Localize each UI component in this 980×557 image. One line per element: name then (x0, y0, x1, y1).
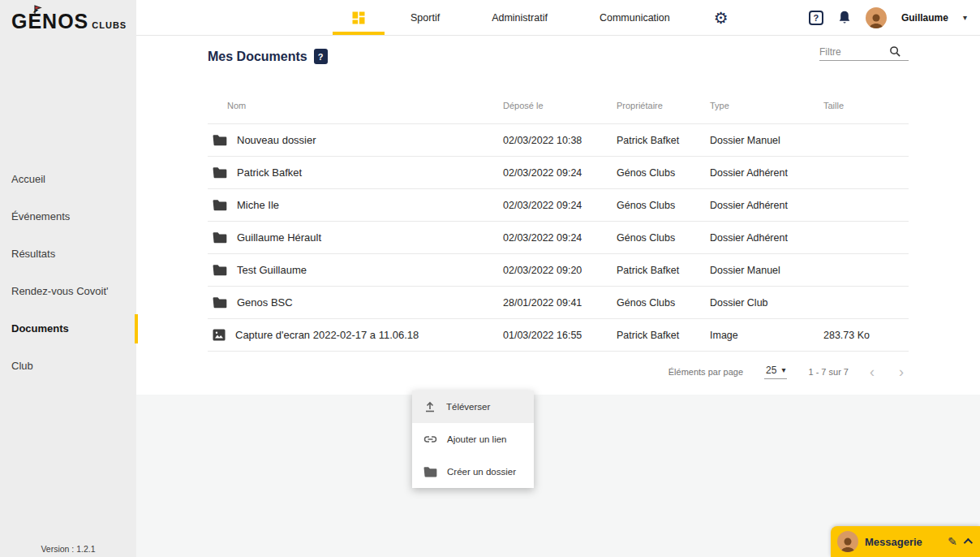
column-header-nom: Nom (208, 101, 503, 110)
topnav-spacer (136, 0, 333, 35)
table-row[interactable]: Nouveau dossier 02/03/2022 10:38 Patrick… (208, 123, 909, 156)
tab-communication[interactable]: Communication (574, 0, 696, 35)
sidebar-nav: Accueil Événements Résultats Rendez-vous… (0, 161, 136, 385)
folder-icon (213, 134, 227, 146)
sidebar-item-resultats[interactable]: Résultats (0, 235, 136, 273)
filter-input[interactable] (819, 46, 884, 58)
deposited-date: 28/01/2022 09:41 (503, 297, 617, 309)
doc-type: Dossier Adhérent (710, 232, 823, 244)
folder-icon (213, 264, 227, 276)
owner: Génos Clubs (617, 167, 710, 179)
column-header-proprietaire: Propriétaire (617, 101, 710, 110)
chevron-down-icon: ▾ (963, 13, 967, 22)
document-name: Test Guillaume (237, 264, 307, 276)
table-header-row: Nom Déposé le Propriétaire Type Taille (208, 88, 909, 123)
documents-table: Nom Déposé le Propriétaire Type Taille N… (208, 88, 909, 391)
doc-type: Image (710, 330, 823, 341)
messenger-bar[interactable]: Messagerie ✎ (831, 526, 980, 557)
pager-controls: ‹ › (870, 365, 904, 379)
deposited-date: 02/03/2022 10:38 (503, 135, 617, 146)
table-row[interactable]: Capture d'ecran 2022-02-17 a 11.06.18 01… (208, 318, 909, 351)
link-icon (423, 434, 437, 445)
menu-item-ajouter-un-lien[interactable]: Ajouter un lien (412, 423, 534, 456)
image-icon (213, 329, 226, 341)
owner: Patrick Bafket (617, 330, 710, 341)
tab-settings[interactable]: ⚙ (696, 0, 746, 35)
top-navigation: Sportif Administratif Communication ⚙ ? … (136, 0, 980, 36)
deposited-date: 02/03/2022 09:24 (503, 167, 617, 179)
document-name: Patrick Bafket (237, 166, 302, 179)
sidebar-item-club[interactable]: Club (0, 348, 136, 385)
avatar (866, 7, 887, 28)
owner: Génos Clubs (617, 297, 710, 309)
doc-type: Dossier Adhérent (710, 200, 823, 211)
table-row[interactable]: Patrick Bafket 02/03/2022 09:24 Génos Cl… (208, 156, 909, 188)
document-name: Guillaume Hérault (237, 231, 321, 244)
doc-size: 283.73 Ko (823, 330, 909, 341)
page-help-icon[interactable]: ? (314, 49, 328, 64)
owner: Génos Clubs (617, 200, 710, 211)
filter-field (819, 45, 909, 61)
chevron-down-icon: ▾ (781, 365, 785, 374)
tab-sportif[interactable]: Sportif (385, 0, 466, 35)
chevron-up-icon[interactable] (964, 538, 973, 547)
sidebar: GÉNOSCLUBS Accueil Événements Résultats … (0, 0, 136, 557)
table-row[interactable]: Guillaume Hérault 02/03/2022 09:24 Génos… (208, 221, 909, 253)
document-name: Genos BSC (237, 296, 293, 309)
folder-icon (213, 231, 227, 244)
doc-type: Dossier Manuel (710, 265, 823, 276)
folder-icon (213, 199, 227, 211)
page-size-select[interactable]: 25 ▾ (764, 365, 787, 379)
next-page-icon[interactable]: › (899, 365, 904, 379)
doc-type: Dossier Adhérent (710, 167, 823, 179)
sidebar-item-rendez-vous-covoit[interactable]: Rendez-vous Covoit' (0, 273, 136, 310)
bell-icon[interactable] (837, 10, 852, 25)
items-per-page-label: Éléments par page (668, 367, 743, 377)
deposited-date: 02/03/2022 09:24 (503, 232, 617, 244)
menu-item-label: Créer un dossier (447, 467, 516, 477)
page-header: Mes Documents ? (208, 49, 328, 64)
brand-name: GÉNOS (11, 10, 88, 32)
messenger-label: Messagerie (865, 536, 941, 548)
add-document-menu: Téléverser Ajouter un lien Créer un doss… (412, 391, 534, 488)
search-icon[interactable] (889, 45, 901, 58)
page-title: Mes Documents (208, 50, 307, 64)
table-pagination: Éléments par page 25 ▾ 1 - 7 sur 7 ‹ › (208, 351, 909, 391)
menu-item-televerser[interactable]: Téléverser (412, 391, 534, 423)
owner: Patrick Bafket (617, 265, 710, 276)
upload-icon (423, 400, 436, 413)
menu-item-creer-un-dossier[interactable]: Créer un dossier (412, 456, 534, 488)
table-row[interactable]: Miche Ile 02/03/2022 09:24 Génos Clubs D… (208, 188, 909, 221)
dashboard-grid-icon (350, 10, 367, 26)
table-row[interactable]: Test Guillaume 02/03/2022 09:20 Patrick … (208, 253, 909, 286)
folder-icon (423, 466, 437, 477)
sidebar-item-evenements[interactable]: Événements (0, 198, 136, 235)
pagination-range: 1 - 7 sur 7 (808, 367, 849, 377)
tab-dashboard[interactable] (333, 0, 385, 35)
sidebar-item-documents[interactable]: Documents (0, 310, 136, 348)
deposited-date: 01/03/2022 16:55 (503, 330, 617, 341)
table-row[interactable]: Genos BSC 28/01/2022 09:41 Génos Clubs D… (208, 286, 909, 318)
gear-icon: ⚙ (714, 10, 729, 26)
help-icon[interactable]: ? (809, 11, 823, 25)
document-name: Nouveau dossier (237, 134, 316, 146)
column-header-type: Type (710, 101, 823, 110)
menu-item-label: Téléverser (446, 402, 490, 412)
deposited-date: 02/03/2022 09:24 (503, 200, 617, 211)
compose-pencil-icon[interactable]: ✎ (948, 535, 957, 548)
deposited-date: 02/03/2022 09:20 (503, 265, 617, 276)
tab-administratif[interactable]: Administratif (466, 0, 574, 35)
messenger-avatar (837, 531, 858, 552)
flag-icon (33, 5, 42, 15)
previous-page-icon[interactable]: ‹ (870, 365, 875, 379)
menu-item-label: Ajouter un lien (447, 434, 507, 444)
user-name: Guillaume (901, 12, 948, 24)
sidebar-item-accueil[interactable]: Accueil (0, 161, 136, 198)
brand-suffix: CLUBS (92, 20, 127, 30)
user-menu[interactable]: Guillaume ▾ (866, 7, 967, 28)
owner: Patrick Bafket (617, 135, 710, 146)
folder-icon (213, 166, 227, 179)
document-name: Miche Ile (237, 199, 279, 211)
doc-type: Dossier Manuel (710, 135, 823, 146)
topnav-right-group: ? Guillaume ▾ (809, 0, 980, 35)
